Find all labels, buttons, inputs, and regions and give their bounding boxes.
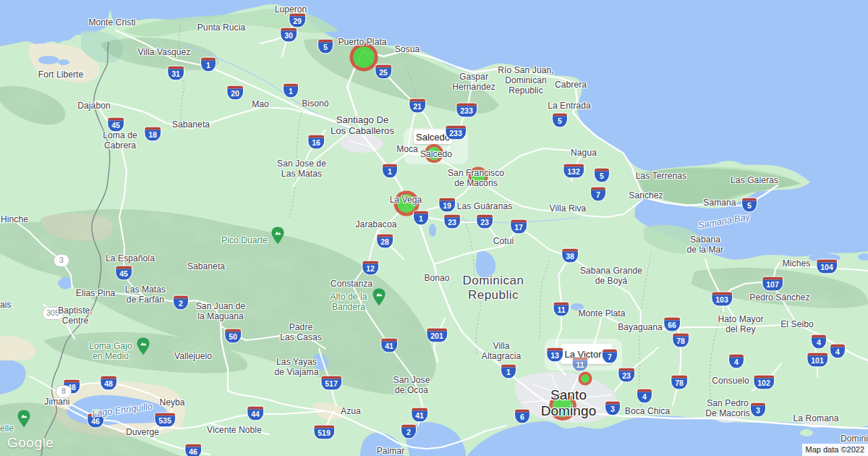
park-pin-icon[interactable] <box>17 410 30 428</box>
route-shield: 48 <box>101 376 116 390</box>
route-shield: 41 <box>381 339 397 352</box>
route-shield: 29 <box>289 14 305 28</box>
route-shield: 20 <box>227 86 243 100</box>
route-shield: 233 <box>446 126 466 140</box>
route-shield: 38 <box>562 249 578 263</box>
route-shield: 30 <box>281 28 297 42</box>
route-shield: 28 <box>377 235 393 248</box>
route-shield: 44 <box>247 407 263 421</box>
map-attribution: Map data ©2022 <box>802 444 868 456</box>
route-shield: 535 <box>155 413 175 427</box>
route-shield: 19 <box>439 198 455 212</box>
route-shield: 31 <box>168 67 184 80</box>
route-shield-haiti: 3 <box>54 255 69 266</box>
route-shield-haiti: 8 <box>56 386 71 397</box>
park-pin-icon[interactable] <box>373 288 386 306</box>
route-shield: 101 <box>807 353 827 367</box>
map-viewport[interactable]: Salcedo La Victoria <box>0 0 868 456</box>
route-shield: 45 <box>116 266 132 280</box>
route-shield: 233 <box>456 104 477 117</box>
data-point-marker[interactable] <box>427 147 441 160</box>
route-shield: 104 <box>817 260 837 274</box>
catalina-island <box>800 429 813 436</box>
route-shield: 21 <box>409 99 425 113</box>
data-point-marker[interactable] <box>582 375 590 383</box>
basemap-terrain <box>0 0 868 456</box>
route-shield: 17 <box>511 220 527 234</box>
route-shield: 23 <box>618 368 634 382</box>
route-shield: 46 <box>88 414 103 428</box>
route-shield-haiti: 305 <box>43 308 63 319</box>
data-point-marker[interactable] <box>472 170 485 184</box>
route-shield: 519 <box>314 426 334 439</box>
route-shield: 78 <box>673 334 689 347</box>
data-point-marker[interactable] <box>354 47 375 68</box>
route-shield: 12 <box>362 261 378 275</box>
park-pin-icon[interactable] <box>271 227 284 245</box>
route-shield: 201 <box>427 329 447 342</box>
route-shield: 18 <box>145 127 161 141</box>
route-shield: 103 <box>712 292 732 306</box>
attribution-text: Map data ©2022 <box>806 445 865 454</box>
route-shield: 132 <box>563 164 584 178</box>
route-shield: 66 <box>664 318 680 332</box>
route-shield: 107 <box>762 277 783 291</box>
route-shield: 23 <box>477 215 493 229</box>
route-shield: 23 <box>444 215 460 229</box>
route-shield: 41 <box>412 408 427 422</box>
data-point-marker[interactable] <box>553 397 573 417</box>
route-shield: 16 <box>308 135 324 149</box>
route-shield: 102 <box>754 376 774 389</box>
route-shield: 517 <box>321 376 341 390</box>
route-shield: 50 <box>225 329 241 343</box>
route-shield: 13 <box>547 348 563 362</box>
route-shield: 46 <box>185 444 201 456</box>
google-logo[interactable]: Google <box>7 435 54 451</box>
park-pin-icon[interactable] <box>137 337 150 355</box>
data-point-marker[interactable] <box>398 195 416 213</box>
route-shield: 78 <box>671 376 687 389</box>
route-shield: 25 <box>375 65 391 79</box>
route-shield: 45 <box>108 118 124 132</box>
